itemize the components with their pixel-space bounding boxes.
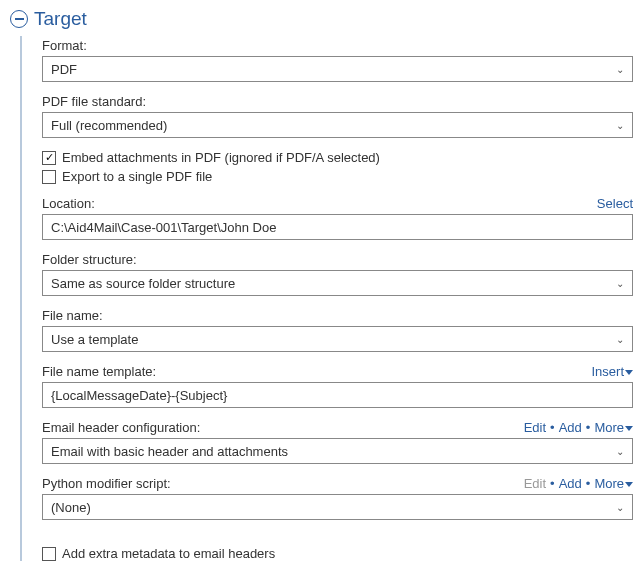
chevron-down-icon: ⌄: [616, 278, 624, 289]
export-single-label: Export to a single PDF file: [62, 169, 212, 184]
section-header: Target: [10, 8, 633, 30]
dropdown-icon: [625, 426, 633, 431]
format-value: PDF: [51, 62, 77, 77]
folder-structure-select[interactable]: Same as source folder structure ⌄: [42, 270, 633, 296]
chevron-down-icon: ⌄: [616, 446, 624, 457]
location-group: Location: Select C:\Aid4Mail\Case-001\Ta…: [42, 196, 633, 240]
email-header-more-link[interactable]: More: [594, 420, 633, 435]
file-name-template-group: File name template: Insert {LocalMessage…: [42, 364, 633, 408]
file-name-template-insert-link[interactable]: Insert: [591, 364, 633, 379]
chevron-down-icon: ⌄: [616, 64, 624, 75]
collapse-icon[interactable]: [10, 10, 28, 28]
format-label: Format:: [42, 38, 87, 53]
insert-text: Insert: [591, 364, 624, 379]
separator: •: [550, 476, 555, 491]
embed-attachments-checkbox[interactable]: ✓: [42, 151, 56, 165]
section-body: Format: PDF ⌄ PDF file standard: Full (r…: [20, 36, 633, 561]
section-title: Target: [34, 8, 87, 30]
format-group: Format: PDF ⌄: [42, 38, 633, 82]
export-single-row[interactable]: Export to a single PDF file: [42, 169, 633, 184]
python-modifier-value: (None): [51, 500, 91, 515]
email-header-config-value: Email with basic header and attachments: [51, 444, 288, 459]
more-text: More: [594, 420, 624, 435]
embed-attachments-row[interactable]: ✓ Embed attachments in PDF (ignored if P…: [42, 150, 633, 165]
email-header-config-label: Email header configuration:: [42, 420, 200, 435]
folder-structure-label: Folder structure:: [42, 252, 137, 267]
pdf-standard-value: Full (recommended): [51, 118, 167, 133]
file-name-template-value: {LocalMessageDate}-{Subject}: [51, 388, 227, 403]
python-modifier-edit-link: Edit: [524, 476, 546, 491]
file-name-label: File name:: [42, 308, 103, 323]
file-name-group: File name: Use a template ⌄: [42, 308, 633, 352]
pdf-standard-select[interactable]: Full (recommended) ⌄: [42, 112, 633, 138]
add-extra-metadata-row[interactable]: Add extra metadata to email headers: [42, 546, 633, 561]
file-name-select[interactable]: Use a template ⌄: [42, 326, 633, 352]
python-modifier-more-link[interactable]: More: [594, 476, 633, 491]
separator: •: [550, 420, 555, 435]
location-label: Location:: [42, 196, 95, 211]
add-extra-metadata-label: Add extra metadata to email headers: [62, 546, 275, 561]
python-modifier-actions: Edit • Add • More: [524, 476, 633, 491]
email-header-config-select[interactable]: Email with basic header and attachments …: [42, 438, 633, 464]
file-name-template-label: File name template:: [42, 364, 156, 379]
python-modifier-add-link[interactable]: Add: [559, 476, 582, 491]
separator: •: [586, 420, 591, 435]
email-header-add-link[interactable]: Add: [559, 420, 582, 435]
chevron-down-icon: ⌄: [616, 334, 624, 345]
dropdown-icon: [625, 370, 633, 375]
location-input[interactable]: C:\Aid4Mail\Case-001\Target\John Doe: [42, 214, 633, 240]
file-name-template-input[interactable]: {LocalMessageDate}-{Subject}: [42, 382, 633, 408]
folder-structure-value: Same as source folder structure: [51, 276, 235, 291]
pdf-standard-label: PDF file standard:: [42, 94, 146, 109]
dropdown-icon: [625, 482, 633, 487]
pdf-standard-group: PDF file standard: Full (recommended) ⌄: [42, 94, 633, 138]
location-value: C:\Aid4Mail\Case-001\Target\John Doe: [51, 220, 276, 235]
export-single-checkbox[interactable]: [42, 170, 56, 184]
file-name-value: Use a template: [51, 332, 138, 347]
email-header-config-group: Email header configuration: Edit • Add •…: [42, 420, 633, 464]
python-modifier-group: Python modifier script: Edit • Add • Mor…: [42, 476, 633, 520]
separator: •: [586, 476, 591, 491]
email-header-config-actions: Edit • Add • More: [524, 420, 633, 435]
add-extra-metadata-checkbox[interactable]: [42, 547, 56, 561]
folder-structure-group: Folder structure: Same as source folder …: [42, 252, 633, 296]
email-header-edit-link[interactable]: Edit: [524, 420, 546, 435]
chevron-down-icon: ⌄: [616, 120, 624, 131]
location-select-link[interactable]: Select: [597, 196, 633, 211]
more-text: More: [594, 476, 624, 491]
format-select[interactable]: PDF ⌄: [42, 56, 633, 82]
pdf-options-checkboxes: ✓ Embed attachments in PDF (ignored if P…: [42, 150, 633, 184]
python-modifier-label: Python modifier script:: [42, 476, 171, 491]
embed-attachments-label: Embed attachments in PDF (ignored if PDF…: [62, 150, 380, 165]
python-modifier-select[interactable]: (None) ⌄: [42, 494, 633, 520]
chevron-down-icon: ⌄: [616, 502, 624, 513]
